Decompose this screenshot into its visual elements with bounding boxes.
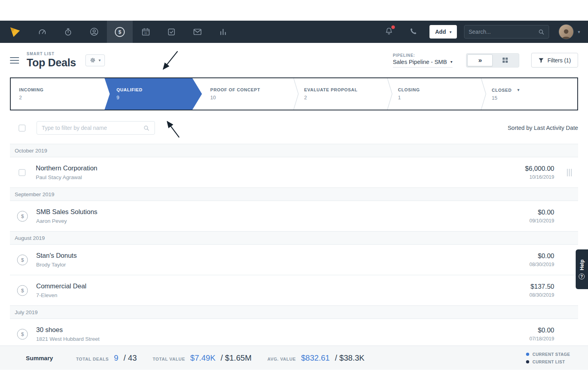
deal-row[interactable]: $ SMB Sales Solutions Aaron Pevey $0.00 …	[10, 201, 578, 232]
stage-dropdown-chevron-icon[interactable]: ▾	[517, 87, 520, 92]
drag-handle-icon[interactable]	[567, 169, 572, 176]
account-menu-chevron-icon[interactable]: ▾	[578, 29, 580, 35]
stage-evaluate-proposal[interactable]: EVALUATE PROPOSAL 2	[296, 78, 390, 110]
stat-label: TOTAL VALUE	[153, 357, 185, 361]
deal-contact[interactable]: 1821 West Hubbard Street	[36, 336, 100, 342]
group-header: July 2019	[10, 306, 578, 319]
deal-name[interactable]: SMB Sales Solutions	[36, 208, 97, 216]
gauge-icon[interactable]	[29, 21, 55, 43]
stage-count: 2	[19, 95, 104, 100]
deal-info: Stan's Donuts Brody Taylor	[36, 252, 77, 268]
stat-total-value: / 43	[124, 353, 137, 363]
select-all-checkbox[interactable]	[19, 125, 25, 131]
deal-filter-input[interactable]	[42, 125, 143, 131]
dark-dot-icon	[526, 360, 529, 363]
stage-count: 2	[304, 95, 390, 100]
filters-button-label: Filters (1)	[547, 57, 571, 64]
deal-contact[interactable]: Paul Stacy Agrawal	[36, 174, 97, 180]
legend-current-stage: CURRENT STAGE	[526, 352, 570, 357]
deal-date: 08/30/2019	[529, 292, 554, 298]
stage-name: CLOSING	[398, 87, 484, 92]
notification-badge	[391, 25, 395, 29]
deal-values: $0.00 08/30/2019	[529, 252, 554, 267]
stat-total-value: TOTAL VALUE $7.49K / $1.65M	[153, 353, 251, 363]
deal-checkbox[interactable]	[19, 169, 25, 176]
svg-text:31: 31	[144, 31, 147, 35]
summary-bar: Summary TOTAL DEALS 9 / 43 TOTAL VALUE $…	[0, 346, 588, 370]
phone-icon[interactable]	[409, 27, 418, 37]
stage-count: 10	[210, 95, 296, 100]
stat-current-value: $832.61	[301, 353, 330, 363]
deal-dollar-icon: $	[17, 285, 28, 296]
deal-contact[interactable]: Aaron Pevey	[36, 218, 97, 224]
stage-name: CLOSED	[492, 88, 512, 93]
list-menu-icon[interactable]	[10, 57, 19, 64]
page-header: SMART LIST Top Deals ▾ PIPELINE: Sales P…	[0, 43, 588, 77]
pipeline-select[interactable]: PIPELINE: Sales Pipeline - SMB ▾	[393, 53, 453, 68]
stat-current-value: $7.49K	[190, 353, 215, 363]
main-navbar: $ 31	[0, 21, 588, 43]
deal-date: 07/18/2019	[529, 336, 554, 342]
pipeline-label: PIPELINE:	[393, 53, 453, 58]
deal-contact[interactable]: Brody Taylor	[36, 262, 77, 268]
deal-filter	[37, 121, 155, 135]
deal-date: 08/30/2019	[529, 262, 554, 267]
chevron-down-icon: ▾	[99, 58, 101, 62]
deals-icon[interactable]: $	[107, 21, 133, 43]
tasks-icon[interactable]	[159, 21, 184, 43]
page-title: Top Deals	[27, 57, 76, 69]
deal-amount: $0.00	[529, 252, 554, 260]
list-view-button[interactable]: »	[467, 54, 493, 66]
stage-closing[interactable]: CLOSING 1	[390, 78, 484, 110]
stage-count: 9	[116, 95, 202, 100]
deal-name[interactable]: 30 shoes	[36, 326, 100, 334]
stage-qualified[interactable]: QUALIFIED 9	[104, 78, 202, 110]
stat-label: TOTAL DEALS	[76, 357, 108, 361]
notifications-bell-icon[interactable]	[385, 27, 393, 37]
stat-current-value: 9	[114, 353, 118, 363]
filter-row: Sorted by Last Activity Date	[0, 110, 588, 144]
calendar-icon[interactable]: 31	[133, 21, 159, 43]
sort-label[interactable]: Sorted by Last Activity Date	[508, 125, 578, 131]
search-icon[interactable]	[538, 29, 545, 35]
app-logo[interactable]	[0, 21, 29, 43]
add-button-label: Add	[435, 29, 446, 35]
deal-name[interactable]: Northern Corporation	[36, 164, 97, 172]
search-icon	[143, 125, 150, 131]
legend-label: CURRENT STAGE	[532, 352, 570, 357]
stage-incoming[interactable]: INCOMING 2	[11, 78, 104, 110]
filters-button[interactable]: Filters (1)	[531, 53, 578, 68]
stage-count: 1	[398, 95, 484, 100]
deal-row[interactable]: $ 30 shoes 1821 West Hubbard Street $0.0…	[10, 319, 578, 346]
deal-name[interactable]: Commercial Deal	[36, 282, 87, 290]
contacts-icon[interactable]	[81, 21, 107, 43]
forward-chevrons-icon: »	[478, 56, 482, 64]
stage-closed[interactable]: CLOSED▾ 15	[484, 78, 577, 110]
deal-row[interactable]: Northern Corporation Paul Stacy Agrawal …	[10, 157, 578, 188]
campaigns-icon[interactable]	[184, 21, 210, 43]
stat-total-value: / $38.3K	[335, 353, 365, 363]
deal-row[interactable]: $ Commercial Deal 7-Eleven $137.50 08/30…	[10, 275, 578, 306]
deal-info: SMB Sales Solutions Aaron Pevey	[36, 208, 97, 224]
deal-dollar-icon: $	[17, 255, 28, 265]
deal-row[interactable]: $ Stan's Donuts Brody Taylor $0.00 08/30…	[10, 245, 578, 275]
help-tab-label: Help	[579, 259, 585, 270]
deal-info: Commercial Deal 7-Eleven	[36, 282, 87, 298]
deal-date: 10/16/2019	[525, 174, 554, 180]
stopwatch-icon[interactable]	[55, 21, 81, 43]
stage-name: QUALIFIED	[116, 87, 202, 92]
deal-contact[interactable]: 7-Eleven	[36, 292, 87, 298]
board-view-button[interactable]	[493, 54, 518, 66]
help-tab[interactable]: ? Help	[576, 249, 588, 289]
list-settings-button[interactable]: ▾	[85, 54, 105, 66]
deal-values: $0.00 09/10/2019	[529, 209, 554, 224]
deal-name[interactable]: Stan's Donuts	[36, 252, 77, 259]
legend-current-list: CURRENT LIST	[526, 359, 565, 364]
deal-info: Northern Corporation Paul Stacy Agrawal	[36, 164, 97, 180]
search-input[interactable]	[468, 29, 538, 35]
user-avatar[interactable]	[559, 24, 574, 39]
question-mark-icon: ?	[579, 273, 585, 279]
add-button[interactable]: Add ▾	[429, 25, 457, 39]
stage-proof-of-concept[interactable]: PROOF OF CONCEPT 10	[202, 78, 296, 110]
reports-icon[interactable]	[210, 21, 236, 43]
